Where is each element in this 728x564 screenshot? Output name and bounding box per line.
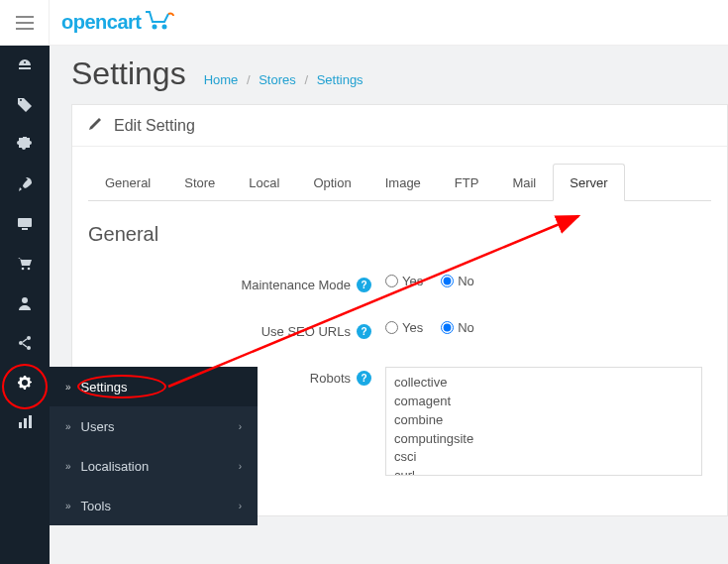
section-general-title: General xyxy=(88,223,711,246)
label-seo: Use SEO URLs xyxy=(261,324,351,339)
sidebar xyxy=(0,46,50,564)
cart-icon xyxy=(145,10,174,35)
tab-server[interactable]: Server xyxy=(553,164,624,201)
maintenance-yes[interactable]: Yes xyxy=(385,274,423,288)
svg-point-6 xyxy=(154,26,156,29)
svg-rect-2 xyxy=(16,28,34,30)
logo[interactable]: opencart xyxy=(61,10,174,35)
flyout-item-settings[interactable]: »Settings xyxy=(50,367,258,406)
help-icon[interactable]: ? xyxy=(357,278,371,292)
dashboard-icon[interactable] xyxy=(0,46,50,85)
cart-nav-icon[interactable] xyxy=(0,244,50,283)
seo-yes[interactable]: Yes xyxy=(385,320,423,335)
tab-option[interactable]: Option xyxy=(296,164,367,201)
chevron-right-icon: › xyxy=(239,461,242,472)
svg-rect-8 xyxy=(18,218,32,227)
svg-point-14 xyxy=(19,341,23,345)
tab-ftp[interactable]: FTP xyxy=(438,164,496,201)
svg-rect-16 xyxy=(19,422,22,428)
puzzle-icon[interactable] xyxy=(0,125,50,165)
monitor-icon[interactable] xyxy=(0,204,50,244)
tag-icon[interactable] xyxy=(0,85,50,125)
help-icon[interactable]: ? xyxy=(357,371,371,386)
chevron-right-icon: › xyxy=(239,501,242,511)
tab-general[interactable]: General xyxy=(88,164,167,201)
tab-local[interactable]: Local xyxy=(232,164,296,201)
svg-rect-1 xyxy=(16,22,34,24)
help-icon[interactable]: ? xyxy=(357,324,371,339)
tab-image[interactable]: Image xyxy=(368,164,438,201)
chevron-right-icon: › xyxy=(239,421,242,432)
svg-rect-4 xyxy=(16,22,18,24)
crumb-settings[interactable]: Settings xyxy=(317,72,364,87)
svg-point-15 xyxy=(27,346,31,350)
svg-point-13 xyxy=(27,336,31,340)
svg-rect-9 xyxy=(22,228,28,230)
topbar: opencart xyxy=(0,0,728,46)
user-icon[interactable] xyxy=(0,283,50,323)
tab-bar: General Store Local Option Image FTP Mai… xyxy=(88,163,711,201)
chevron-double-right-icon: » xyxy=(65,461,71,472)
row-seo: Use SEO URLs ? Yes No xyxy=(88,320,711,339)
crumb-stores[interactable]: Stores xyxy=(259,72,296,87)
flyout-label: Localisation xyxy=(81,459,150,474)
chevron-double-right-icon: » xyxy=(65,421,71,432)
page-title: Settings xyxy=(71,56,186,92)
crumb-sep: / xyxy=(304,72,308,87)
sidebar-toggle-button[interactable] xyxy=(0,0,50,45)
label-maintenance: Maintenance Mode xyxy=(241,278,351,292)
logo-text: opencart xyxy=(61,11,141,34)
svg-point-10 xyxy=(22,268,25,271)
tab-store[interactable]: Store xyxy=(167,164,232,201)
gear-icon[interactable] xyxy=(0,363,50,402)
rocket-icon[interactable] xyxy=(0,165,50,204)
chart-icon[interactable] xyxy=(0,402,50,442)
share-icon[interactable] xyxy=(0,323,50,363)
tab-mail[interactable]: Mail xyxy=(495,164,553,201)
crumb-sep: / xyxy=(247,72,251,87)
label-robots: Robots xyxy=(310,371,351,386)
flyout-item-localisation[interactable]: »Localisation › xyxy=(50,446,258,486)
seo-no[interactable]: No xyxy=(441,320,474,335)
chevron-double-right-icon: » xyxy=(65,501,71,511)
breadcrumb: Home / Stores / Settings xyxy=(204,72,364,87)
page-header: Settings Home / Stores / Settings xyxy=(50,46,728,104)
svg-rect-17 xyxy=(24,418,27,428)
svg-point-12 xyxy=(22,297,28,303)
svg-rect-18 xyxy=(29,415,32,428)
flyout-item-tools[interactable]: »Tools › xyxy=(50,486,258,525)
svg-point-7 xyxy=(163,26,166,29)
flyout-label: Settings xyxy=(81,380,128,395)
panel-title: Edit Setting xyxy=(114,117,195,135)
chevron-double-right-icon: » xyxy=(65,382,71,393)
flyout-label: Users xyxy=(81,419,115,434)
crumb-home[interactable]: Home xyxy=(204,72,239,87)
maintenance-no[interactable]: No xyxy=(441,274,474,288)
svg-rect-0 xyxy=(16,16,34,18)
flyout-item-users[interactable]: »Users › xyxy=(50,406,258,446)
system-flyout: »Settings »Users › »Localisation › »Tool… xyxy=(50,367,258,525)
row-maintenance: Maintenance Mode ? Yes No xyxy=(88,274,711,292)
svg-rect-5 xyxy=(16,28,18,30)
robots-textarea[interactable] xyxy=(385,367,702,476)
flyout-label: Tools xyxy=(81,499,111,513)
svg-rect-3 xyxy=(16,16,18,18)
pencil-icon xyxy=(88,117,102,135)
svg-point-11 xyxy=(28,268,31,271)
panel-header: Edit Setting xyxy=(72,105,727,147)
